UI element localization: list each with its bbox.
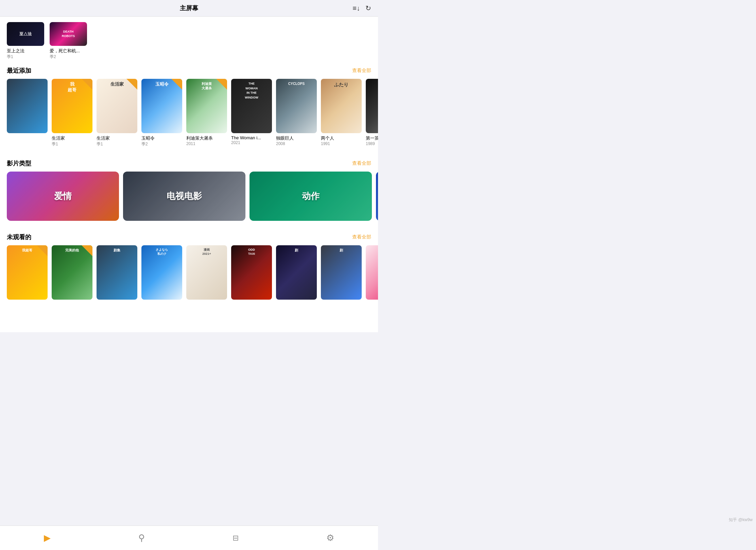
movie-card-8[interactable]: 第一茧 第一茧 1989 (366, 79, 378, 147)
unwatched-thumb-1: 完美的他 (52, 245, 92, 300)
recently-added-header: 最近添加 查看全部 (0, 60, 378, 79)
movie-year-2: 季1 (97, 141, 137, 147)
genre-overlay-extra (376, 172, 378, 221)
unwatched-card-5[interactable]: ODDTAXI (231, 245, 272, 300)
movie-thumb-3: 玉昭令 (141, 79, 182, 133)
continue-thumb-zhizhifa: 至△法 (7, 22, 44, 46)
corner-badge-1 (82, 79, 92, 90)
movie-year-7: 1991 (321, 141, 362, 146)
continue-sub-zhizhifa: 季1 (7, 54, 13, 60)
continue-label-zhizhifa: 至上之法 (7, 48, 24, 54)
movie-thumb-4: 利迪策大屠杀 (186, 79, 227, 133)
unwatched-thumb-7: 剧 (321, 245, 362, 300)
movie-title-3: 玉昭令 (141, 135, 182, 141)
movie-title-1: 生活家 (52, 135, 92, 141)
movie-card-0[interactable] (7, 79, 48, 147)
continue-label-death: 爱，死亡和机... (50, 48, 80, 54)
movie-thumb-8: 第一茧 (366, 79, 378, 133)
genre-see-all[interactable]: 查看全部 (352, 160, 371, 166)
unwatched-see-all[interactable]: 查看全部 (352, 234, 371, 240)
recently-added-title: 最近添加 (7, 67, 31, 75)
genre-row: 爱情 电视电影 动作 犯... (0, 172, 378, 226)
unwatched-header: 未观看的 查看全部 (0, 226, 378, 245)
movie-year-3: 季2 (141, 141, 182, 147)
unwatched-title: 未观看的 (7, 233, 31, 241)
movie-year-8: 1989 (366, 141, 378, 146)
main-content: 至△法 至上之法 季1 DEATHROBOTS 爱，死亡和机... 季2 最近添… (0, 17, 378, 332)
unwatched-card-1[interactable]: 完美的他 (52, 245, 92, 300)
header-icons: ≡↓ ↻ (353, 4, 371, 12)
genre-label-tv: 电视电影 (167, 190, 202, 202)
unwatched-card-3[interactable]: さよなら私のク (141, 245, 182, 300)
movie-thumb-1: 我超哥 (52, 79, 92, 133)
movie-year-1: 季1 (52, 141, 92, 147)
corner-badge-u0 (37, 245, 48, 256)
continue-watching-section: 至△法 至上之法 季1 DEATHROBOTS 爱，死亡和机... 季2 (0, 17, 378, 60)
movie-card-3[interactable]: 玉昭令 玉昭令 季2 (141, 79, 182, 147)
unwatched-thumb-5: ODDTAXI (231, 245, 272, 300)
unwatched-card-0[interactable]: 我超哥 (7, 245, 48, 300)
movie-thumb-0 (7, 79, 48, 133)
movie-title-2: 生活家 (97, 135, 137, 141)
unwatched-card-8[interactable]: 爱 (366, 245, 378, 300)
movie-card-2[interactable]: 生活家 生活家 季1 (97, 79, 137, 147)
genre-title: 影片类型 (7, 159, 31, 167)
continue-thumb-death: DEATHROBOTS (50, 22, 87, 46)
unwatched-card-4[interactable]: 漫画2021+ (186, 245, 227, 300)
movie-title-7: 两个人 (321, 135, 362, 141)
movie-year-4: 2011 (186, 141, 227, 146)
movie-title-6: 独眼巨人 (276, 135, 317, 141)
genre-header: 影片类型 查看全部 (0, 153, 378, 172)
continue-item-zhizhifa[interactable]: 至△法 至上之法 季1 (7, 22, 44, 60)
movie-title-5: The Woman i... (231, 135, 272, 140)
continue-item-death[interactable]: DEATHROBOTS 爱，死亡和机... 季2 (50, 22, 87, 60)
movie-title-4: 利迪策大屠杀 (186, 135, 227, 141)
corner-badge-u1 (82, 245, 92, 256)
page-title: 主屏幕 (180, 4, 198, 12)
recently-added-see-all[interactable]: 查看全部 (352, 68, 371, 74)
unwatched-thumb-4: 漫画2021+ (186, 245, 227, 300)
unwatched-row: 我超哥 完美的他 剧集 さよなら私のク 漫画2021+ ODD (0, 245, 378, 305)
movie-thumb-6: CYCLOPS (276, 79, 317, 133)
movie-year-6: 2008 (276, 141, 317, 146)
unwatched-card-6[interactable]: 剧 (276, 245, 317, 300)
recently-added-row: 我超哥 生活家 季1 生活家 生活家 季1 玉昭令 玉昭令 季2 (0, 79, 378, 153)
header: 主屏幕 ≡↓ ↻ (0, 0, 378, 17)
movie-thumb-5: THEWOMANIN THEWINDOW (231, 79, 272, 133)
genre-card-love[interactable]: 爱情 (7, 172, 119, 221)
unwatched-thumb-3: さよなら私のク (141, 245, 182, 300)
unwatched-thumb-6: 剧 (276, 245, 317, 300)
sort-icon[interactable]: ≡↓ (353, 4, 360, 12)
refresh-icon[interactable]: ↻ (365, 4, 371, 12)
movie-year-5: 2021 (231, 140, 272, 145)
movie-card-5[interactable]: THEWOMANIN THEWINDOW The Woman i... 2021 (231, 79, 272, 147)
unwatched-thumb-0: 我超哥 (7, 245, 48, 300)
movie-thumb-7: ふたり (321, 79, 362, 133)
movie-card-4[interactable]: 利迪策大屠杀 利迪策大屠杀 2011 (186, 79, 227, 147)
genre-card-tv[interactable]: 电视电影 (123, 172, 245, 221)
movie-card-6[interactable]: CYCLOPS 独眼巨人 2008 (276, 79, 317, 147)
continue-sub-death: 季2 (50, 54, 56, 60)
movie-card-1[interactable]: 我超哥 生活家 季1 (52, 79, 92, 147)
unwatched-thumb-8: 爱 (366, 245, 378, 300)
unwatched-card-7[interactable]: 剧 (321, 245, 362, 300)
genre-card-extra[interactable]: 犯... (376, 172, 378, 221)
movie-thumb-2: 生活家 (97, 79, 137, 133)
corner-badge-2 (126, 79, 137, 90)
corner-badge-4 (216, 79, 227, 90)
genre-card-action[interactable]: 动作 (250, 172, 372, 221)
corner-badge-3 (171, 79, 182, 90)
unwatched-card-2[interactable]: 剧集 (97, 245, 137, 300)
genre-label-action: 动作 (302, 190, 320, 202)
movie-card-7[interactable]: ふたり 两个人 1991 (321, 79, 362, 147)
unwatched-thumb-2: 剧集 (97, 245, 137, 300)
genre-label-love: 爱情 (54, 190, 72, 202)
movie-title-8: 第一茧 (366, 135, 378, 141)
